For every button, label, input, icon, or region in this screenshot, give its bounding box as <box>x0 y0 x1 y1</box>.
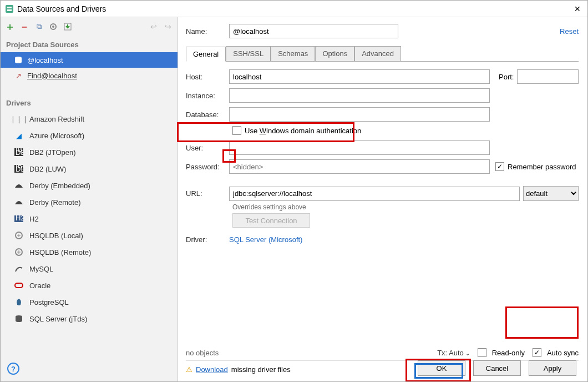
no-objects-label: no objects <box>186 349 219 357</box>
windows-auth-checkbox[interactable] <box>232 126 241 135</box>
svg-text:DB2: DB2 <box>16 165 23 173</box>
data-source-item-find-localhost[interactable]: ↗ Find@localhost <box>1 68 178 83</box>
driver-label: Derby (Embedded) <box>29 182 90 190</box>
sqlserver-icon <box>14 315 24 323</box>
title-bar: Data Sources and Drivers ✕ <box>1 1 587 17</box>
help-icon[interactable]: ? <box>7 363 19 375</box>
driver-label: DB2 (JTOpen) <box>29 148 76 157</box>
tab-schemas[interactable]: Schemas <box>271 46 315 61</box>
tab-ssh-ssl[interactable]: SSH/SSL <box>226 46 271 61</box>
url-mode-select[interactable]: default <box>523 186 579 201</box>
driver-label: DB2 (LUW) <box>29 165 66 173</box>
next-icon[interactable]: ↪ <box>163 22 173 32</box>
copy-icon[interactable]: ⧉ <box>34 22 44 32</box>
driver-label: H2 <box>29 215 39 223</box>
window-title: Data Sources and Drivers <box>17 4 572 13</box>
driver-label: Driver: <box>186 235 229 244</box>
auto-sync-label: Auto sync <box>547 349 579 357</box>
prev-icon[interactable]: ↩ <box>149 22 159 32</box>
instance-label: Instance: <box>186 92 229 100</box>
svg-text:DB2: DB2 <box>16 148 23 156</box>
drivers-header: Drivers <box>1 94 178 110</box>
add-icon[interactable]: ＋ <box>5 22 15 32</box>
download-link[interactable]: Download <box>196 365 228 374</box>
driver-item[interactable]: HSQLDB (Remote) <box>1 244 178 260</box>
ok-button[interactable]: OK <box>418 360 465 376</box>
postgresql-icon <box>14 298 24 306</box>
driver-item[interactable]: IBMDB2DB2 (JTOpen) <box>1 144 178 160</box>
driver-item[interactable]: ❘❘❘Amazon Redshift <box>1 110 178 127</box>
url-label: URL: <box>186 189 229 198</box>
driver-label: Derby (Remote) <box>29 198 80 207</box>
driver-link[interactable]: SQL Server (Microsoft) <box>229 235 302 244</box>
port-label: Port: <box>499 73 514 81</box>
derby-icon <box>14 182 24 189</box>
auto-sync-checkbox[interactable] <box>533 348 541 357</box>
driver-item[interactable]: IBMDB2DB2 (LUW) <box>1 160 178 177</box>
data-source-label: Find@localhost <box>27 72 77 80</box>
reset-link[interactable]: Reset <box>560 27 579 36</box>
driver-item[interactable]: Derby (Remote) <box>1 194 178 210</box>
driver-item[interactable]: PostgreSQL <box>1 294 178 310</box>
driver-label: PostgreSQL <box>29 298 69 306</box>
driver-item[interactable]: SQL Server (jTds) <box>1 310 178 327</box>
host-input[interactable] <box>229 69 490 84</box>
windows-auth-label: Use Windows domain authentication <box>245 127 361 135</box>
override-note: Overrides settings above <box>186 203 579 211</box>
close-icon[interactable]: ✕ <box>572 4 583 13</box>
driver-item[interactable]: Derby (Embedded) <box>1 177 178 194</box>
driver-label: MySQL <box>29 265 53 273</box>
cancel-button[interactable]: Cancel <box>473 360 521 376</box>
driver-label: SQL Server (jTds) <box>29 315 87 323</box>
driver-label: Azure (Microsoft) <box>29 132 84 140</box>
azure-icon: ◢ <box>14 132 24 140</box>
hsqldb-icon <box>14 248 24 256</box>
svg-text:H2: H2 <box>16 215 23 222</box>
database-input[interactable] <box>229 107 490 122</box>
tx-mode-dropdown[interactable]: Tx: Auto ⌄ <box>437 349 469 357</box>
tab-general[interactable]: General <box>186 47 226 62</box>
driver-item[interactable]: ◢Azure (Microsoft) <box>1 127 178 144</box>
import-icon[interactable] <box>63 22 73 32</box>
tab-options[interactable]: Options <box>315 46 354 61</box>
name-input[interactable] <box>229 24 398 38</box>
oracle-icon <box>14 283 24 288</box>
svg-rect-0 <box>6 5 13 13</box>
port-input[interactable] <box>517 69 579 84</box>
remember-password-checkbox[interactable] <box>495 162 504 171</box>
driver-item[interactable]: Oracle <box>1 277 178 294</box>
tab-advanced[interactable]: Advanced <box>354 46 401 61</box>
read-only-label: Read-only <box>492 349 525 357</box>
h2-icon: H2 <box>14 215 24 222</box>
svg-rect-2 <box>7 9 12 11</box>
warning-icon: ⚠ <box>186 365 192 374</box>
driver-item[interactable]: MySQL <box>1 260 178 277</box>
sidebar: ＋ － ⧉ ↩ ↪ Project Data Sources @localhos… <box>1 17 178 381</box>
redshift-icon: ❘❘❘ <box>14 115 24 123</box>
hsqldb-icon <box>14 232 24 239</box>
data-source-item-localhost[interactable]: @localhost <box>1 52 178 68</box>
read-only-checkbox[interactable] <box>478 348 486 357</box>
url-input[interactable] <box>229 187 520 201</box>
link-icon: ↗ <box>14 72 23 80</box>
user-label: User: <box>186 144 229 152</box>
mysql-icon <box>14 265 24 273</box>
instance-input[interactable] <box>229 88 490 103</box>
password-label: Password: <box>186 163 229 171</box>
remember-password-label: Remember password <box>508 163 576 171</box>
app-icon <box>5 4 14 13</box>
remove-icon[interactable]: － <box>19 22 29 32</box>
driver-label: Oracle <box>29 282 50 290</box>
settings-icon[interactable] <box>48 22 58 32</box>
driver-item[interactable]: HSQLDB (Local) <box>1 227 178 244</box>
apply-button[interactable]: Apply <box>529 360 576 376</box>
test-connection-button[interactable]: Test Connection <box>232 213 310 228</box>
password-input[interactable] <box>229 159 490 174</box>
svg-rect-17 <box>15 283 23 288</box>
project-data-sources-header: Project Data Sources <box>1 36 178 52</box>
sidebar-toolbar: ＋ － ⧉ ↩ ↪ <box>1 17 178 36</box>
drivers-list: ❘❘❘Amazon Redshift ◢Azure (Microsoft) IB… <box>1 110 178 327</box>
driver-item[interactable]: H2H2 <box>1 210 178 227</box>
database-icon <box>14 56 23 64</box>
user-input[interactable] <box>229 140 490 155</box>
